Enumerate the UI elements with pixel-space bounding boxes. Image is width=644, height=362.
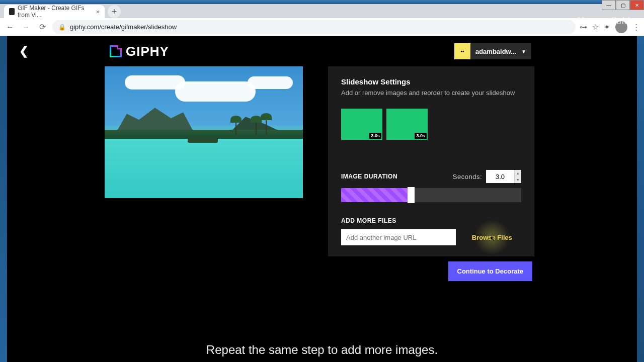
continue-button[interactable]: Continue to Decorate	[448, 261, 532, 281]
extension-icons: ⊶ ☆ ✦ ⋮	[580, 21, 640, 33]
add-files-row: Browse Files ↖	[341, 229, 521, 245]
new-tab-button[interactable]: +	[108, 5, 121, 18]
thumb-duration-badge: 3.0s	[415, 133, 427, 139]
key-icon[interactable]: ⊶	[580, 23, 587, 32]
slideshow-thumb[interactable]: 3.0s	[386, 109, 428, 140]
continue-row: Continue to Decorate	[105, 256, 532, 281]
browser-tab[interactable]: GIF Maker - Create GIFs from Vi... ×	[4, 5, 105, 18]
window-titlebar	[0, 0, 644, 4]
stepper-up-icon[interactable]: ▲	[514, 170, 521, 176]
duration-slider[interactable]	[341, 188, 521, 202]
kebab-menu-icon[interactable]: ⋮	[632, 23, 640, 32]
user-menu[interactable]: •• adambaldw... ▼	[454, 43, 531, 59]
seconds-stepper: ▲ ▼	[514, 170, 521, 183]
maximize-button[interactable]: ▢	[616, 0, 630, 10]
video-caption: Repeat the same step to add more images.	[7, 339, 637, 361]
chevron-down-icon: ▼	[521, 49, 531, 54]
browse-files-button[interactable]: Browse Files ↖	[463, 229, 521, 245]
panel-title: Slideshow Settings	[341, 77, 521, 86]
extensions-icon[interactable]: ✦	[604, 23, 610, 32]
slider-fill	[341, 188, 408, 202]
editor-content: Slideshow Settings Add or remove images …	[7, 66, 637, 256]
thumb-duration-badge: 3.0s	[369, 133, 381, 139]
add-more-files-label: ADD MORE FILES	[341, 217, 521, 224]
user-avatar-icon: ••	[454, 43, 470, 59]
browser-tab-bar: GIF Maker - Create GIFs from Vi... × +	[0, 4, 644, 18]
settings-panel: Slideshow Settings Add or remove images …	[328, 66, 534, 256]
browser-toolbar: ← → ⟳ 🔒 giphy.com/create/gifmaker/slides…	[0, 18, 644, 36]
panel-subtitle: Add or remove images and reorder to crea…	[341, 89, 521, 97]
image-url-input[interactable]	[341, 229, 456, 245]
tab-close-icon[interactable]: ×	[96, 8, 100, 16]
slideshow-thumbnails: 3.0s 3.0s	[341, 109, 521, 140]
giphy-logo-icon	[110, 45, 122, 57]
duration-section: IMAGE DURATION Seconds: ▲ ▼	[341, 170, 521, 183]
tab-favicon	[9, 8, 15, 15]
slider-handle[interactable]	[408, 187, 415, 203]
reload-icon[interactable]: ⟳	[36, 21, 48, 33]
back-chevron-icon[interactable]: ❮	[19, 45, 28, 58]
seconds-label: Seconds:	[453, 173, 482, 180]
close-window-button[interactable]: ✕	[630, 0, 644, 10]
page-content: ❮ GIPHY •• adambaldw... ▼ Slideshow Sett…	[7, 36, 637, 362]
giphy-logo-text: GIPHY	[126, 44, 169, 59]
continue-label: Continue to Decorate	[457, 267, 523, 275]
address-bar[interactable]: 🔒 giphy.com/create/gifmaker/slideshow	[52, 20, 576, 34]
slideshow-thumb[interactable]: 3.0s	[341, 109, 382, 140]
tab-title: GIF Maker - Create GIFs from Vi...	[18, 5, 90, 19]
back-icon[interactable]: ←	[4, 21, 16, 33]
forward-icon[interactable]: →	[20, 21, 32, 33]
window-controls: — ▢ ✕	[602, 0, 644, 10]
star-icon[interactable]: ☆	[592, 23, 599, 32]
lock-icon: 🔒	[58, 24, 66, 31]
url-text: giphy.com/create/gifmaker/slideshow	[70, 23, 177, 31]
giphy-logo[interactable]: GIPHY	[110, 44, 169, 59]
user-name: adambaldw...	[470, 48, 521, 55]
profile-avatar-icon[interactable]	[615, 21, 627, 33]
browse-files-label: Browse Files	[472, 234, 512, 241]
giphy-header: ❮ GIPHY •• adambaldw... ▼	[7, 36, 637, 66]
preview-image	[105, 66, 303, 198]
stepper-down-icon[interactable]: ▼	[514, 176, 521, 183]
seconds-input[interactable]	[486, 170, 514, 183]
image-duration-label: IMAGE DURATION	[341, 173, 397, 180]
minimize-button[interactable]: —	[602, 0, 616, 10]
